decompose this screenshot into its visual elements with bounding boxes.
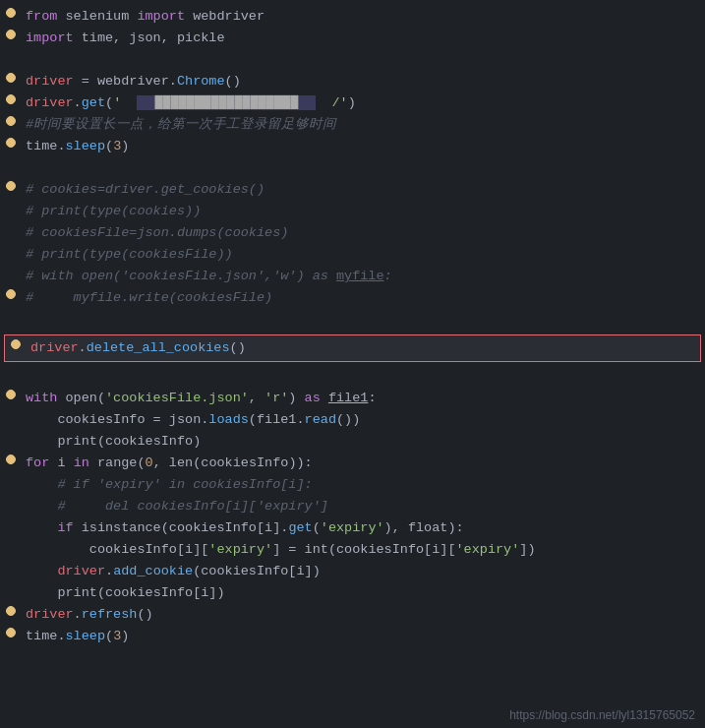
code-text-6: #时间要设置长一点，给第一次手工登录留足够时间 xyxy=(20,114,703,136)
code-line-9: # cookies=driver.get_cookies() xyxy=(0,179,705,201)
code-line-21: for i in range(0, len(cookiesInfo)): xyxy=(0,453,705,474)
gutter-5 xyxy=(2,92,20,104)
gutter-1 xyxy=(2,6,20,18)
code-line-17 xyxy=(0,366,705,388)
code-text-18: with open('cookiesFile.json', 'r') as fi… xyxy=(20,388,703,409)
code-text-8 xyxy=(20,157,703,179)
code-text-25: cookiesInfo[i]['expiry'] = int(cookiesIn… xyxy=(20,539,703,561)
gutter-29 xyxy=(2,626,20,637)
code-line-1: from selenium import webdriver xyxy=(0,6,705,28)
code-text-9: # cookies=driver.get_cookies() xyxy=(20,179,703,201)
gutter-28 xyxy=(2,604,20,616)
code-text-3 xyxy=(20,49,703,71)
code-text-24: if isinstance(cookiesInfo[i].get('expiry… xyxy=(20,517,703,539)
code-text-17 xyxy=(20,366,703,388)
code-text-12: # print(type(cookiesFile)) xyxy=(20,244,703,266)
code-line-3 xyxy=(0,49,705,71)
code-line-26: driver.add_cookie(cookiesInfo[i]) xyxy=(0,561,705,582)
code-text-10: # print(type(cookies)) xyxy=(20,201,703,222)
gutter-9 xyxy=(2,179,20,191)
code-text-23: # del cookiesInfo[i]['expiry'] xyxy=(20,496,703,517)
code-line-14: # myfile.write(cookiesFile) xyxy=(0,287,705,309)
code-line-22: # if 'expiry' in cookiesInfo[i]: xyxy=(0,474,705,496)
code-text-16: driver.delete_all_cookies() xyxy=(25,337,698,359)
code-text-7: time.sleep(3) xyxy=(20,136,703,157)
code-line-25: cookiesInfo[i]['expiry'] = int(cookiesIn… xyxy=(0,539,705,561)
code-editor: from selenium import webdriver import ti… xyxy=(0,0,705,728)
code-line-5: driver.get(' ██████████████████ /') xyxy=(0,92,705,114)
code-text-1: from selenium import webdriver xyxy=(20,6,703,28)
gutter-14 xyxy=(2,287,20,299)
gutter-18 xyxy=(2,388,20,399)
code-line-12: # print(type(cookiesFile)) xyxy=(0,244,705,266)
gutter-16 xyxy=(7,337,25,349)
code-line-24: if isinstance(cookiesInfo[i].get('expiry… xyxy=(0,517,705,539)
code-line-4: driver = webdriver.Chrome() xyxy=(0,71,705,92)
code-line-2: import time, json, pickle xyxy=(0,28,705,49)
code-text-22: # if 'expiry' in cookiesInfo[i]: xyxy=(20,474,703,496)
code-line-7: time.sleep(3) xyxy=(0,136,705,157)
code-line-29: time.sleep(3) xyxy=(0,626,705,647)
gutter-2 xyxy=(2,28,20,39)
gutter-7 xyxy=(2,136,20,148)
code-text-2: import time, json, pickle xyxy=(20,28,703,49)
code-text-19: cookiesInfo = json.loads(file1.read()) xyxy=(20,409,703,431)
code-line-19: cookiesInfo = json.loads(file1.read()) xyxy=(0,409,705,431)
code-text-26: driver.add_cookie(cookiesInfo[i]) xyxy=(20,561,703,582)
gutter-6 xyxy=(2,114,20,126)
code-text-14: # myfile.write(cookiesFile) xyxy=(20,287,703,309)
code-text-5: driver.get(' ██████████████████ /') xyxy=(20,92,703,114)
code-text-11: # cookiesFile=json.dumps(cookies) xyxy=(20,222,703,244)
code-line-13: # with open('cookiesFile.json','w') as m… xyxy=(0,266,705,287)
code-text-21: for i in range(0, len(cookiesInfo)): xyxy=(20,453,703,474)
code-line-28: driver.refresh() xyxy=(0,604,705,626)
code-text-28: driver.refresh() xyxy=(20,604,703,626)
footer-url: https://blog.csdn.net/lyl1315765052 xyxy=(509,708,695,722)
code-text-15 xyxy=(20,309,703,331)
code-line-11: # cookiesFile=json.dumps(cookies) xyxy=(0,222,705,244)
code-line-8 xyxy=(0,157,705,179)
code-line-27: print(cookiesInfo[i]) xyxy=(0,582,705,604)
code-text-4: driver = webdriver.Chrome() xyxy=(20,71,703,92)
code-line-23: # del cookiesInfo[i]['expiry'] xyxy=(0,496,705,517)
code-text-27: print(cookiesInfo[i]) xyxy=(20,582,703,604)
code-line-18: with open('cookiesFile.json', 'r') as fi… xyxy=(0,388,705,409)
code-text-20: print(cookiesInfo) xyxy=(20,431,703,453)
code-line-20: print(cookiesInfo) xyxy=(0,431,705,453)
code-text-29: time.sleep(3) xyxy=(20,626,703,647)
gutter-4 xyxy=(2,71,20,83)
code-line-16: driver.delete_all_cookies() xyxy=(5,337,700,359)
code-line-6: #时间要设置长一点，给第一次手工登录留足够时间 xyxy=(0,114,705,136)
gutter-21 xyxy=(2,453,20,464)
code-text-13: # with open('cookiesFile.json','w') as m… xyxy=(20,266,703,287)
highlighted-block: driver.delete_all_cookies() xyxy=(4,334,701,362)
code-line-10: # print(type(cookies)) xyxy=(0,201,705,222)
code-line-15 xyxy=(0,309,705,331)
